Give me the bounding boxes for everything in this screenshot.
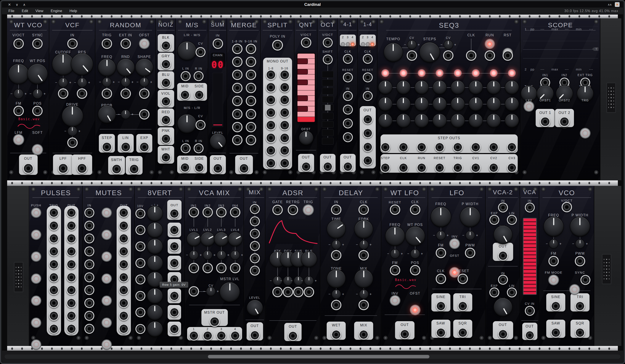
gry-out-jack[interactable] [161,59,171,69]
gain-1-knob[interactable] [147,206,162,221]
voct-jack[interactable] [13,38,24,49]
mstr-out-jack[interactable] [209,316,220,327]
out-16-jack[interactable] [280,158,290,168]
shape-knob[interactable] [136,59,153,76]
in-2-jack[interactable] [250,216,260,226]
menu-help[interactable]: Help [69,9,77,13]
side-out-2-jack[interactable] [194,163,204,172]
pwidth-knob[interactable] [570,217,590,236]
out-3-jack[interactable] [363,142,373,152]
step2-out-jack[interactable] [399,142,408,152]
pos-trim[interactable]: −+ [407,250,423,258]
l-in-jack[interactable] [181,71,190,81]
inv-button[interactable] [450,239,459,248]
in-11-jack[interactable] [246,70,256,80]
fdbk-cv-trim[interactable]: −+ [356,240,372,249]
in-6-jack[interactable] [250,266,260,276]
out-1-jack[interactable] [169,209,179,219]
out-3-jack[interactable] [119,233,129,243]
out-2-jack[interactable] [266,82,276,92]
cv1-s6-knob[interactable] [469,81,482,94]
run-out-jack[interactable] [417,163,427,173]
tempo-cv-jack[interactable] [407,50,417,61]
cv2-s8-knob[interactable] [505,97,519,111]
cv1-s7-knob[interactable] [487,81,500,94]
shift-jack[interactable] [323,55,333,64]
out-15-jack[interactable] [280,145,290,156]
push-7-button[interactable] [31,340,41,349]
out-6-jack[interactable] [266,133,276,143]
cv1-s5-knob[interactable] [451,81,465,94]
gain-7-knob[interactable] [147,305,162,320]
fm-trim[interactable]: −+ [546,240,562,248]
cv2-trim[interactable]: −+ [200,251,216,259]
trig-3-jack[interactable] [49,233,59,243]
in-1-jack[interactable] [250,204,260,214]
lfm-button[interactable] [14,135,24,145]
trig-8-jack[interactable] [49,298,59,308]
out-3-jack[interactable] [266,95,276,105]
cv-in-jack[interactable] [525,306,535,316]
cv4-trim[interactable]: −+ [227,251,243,259]
r-in-jack[interactable] [194,71,204,81]
in-6-jack[interactable] [135,291,145,301]
ms-lr-cv-jack[interactable] [196,120,206,130]
wht-out-jack[interactable] [161,152,171,162]
run-button[interactable] [485,39,494,48]
out-jack[interactable] [288,331,298,341]
ch2-out-jack[interactable] [203,331,213,341]
out-5-jack[interactable] [266,120,276,130]
mix-cv-trim[interactable]: −+ [356,290,372,299]
in-8-jack[interactable] [135,324,145,334]
cv2-s1-knob[interactable] [378,97,392,111]
in-3-jack[interactable] [343,118,353,128]
freq-cv-trim[interactable]: −+ [10,89,27,98]
push-2-button[interactable] [31,230,41,239]
lin-out-jack[interactable] [121,142,131,152]
in-jack[interactable] [331,204,341,215]
res-knob[interactable] [71,53,93,75]
out-12-jack[interactable] [280,108,290,118]
exp2-jack[interactable] [489,287,499,297]
fm-trim[interactable]: −+ [387,250,403,258]
fdbk-knob[interactable] [355,220,373,238]
res-cv-jack[interactable] [77,88,87,99]
out-jack[interactable] [250,330,260,340]
out-2-jack[interactable] [66,221,76,231]
tone-cv-trim[interactable]: −+ [328,290,344,299]
sync-jack[interactable] [32,38,43,49]
out-1-jack[interactable] [66,208,76,218]
in-1-jack[interactable] [135,209,145,219]
out-3-jack[interactable] [66,233,76,243]
rack-viewport[interactable]: WT VCOV/OCTSYNCFREQWT POS−+−+FMPOSBasic.… [2,14,623,351]
sync-button[interactable] [570,285,579,294]
push-1-button[interactable] [31,208,41,217]
in-6-jack[interactable] [84,272,94,282]
out-1-jack[interactable] [119,208,129,218]
out-4-jack[interactable] [363,156,373,166]
tone-knob[interactable] [327,270,345,288]
retrg-jack[interactable] [288,205,298,215]
fm-jack[interactable] [436,248,446,258]
reset-out-jack[interactable] [435,163,445,173]
gain-8-knob[interactable] [147,321,162,336]
cv1-trim[interactable]: −+ [186,251,202,259]
mix-cv-jack[interactable] [358,300,369,310]
steps-knob[interactable] [420,42,439,62]
time-cv-jack[interactable] [331,250,341,260]
wet-out-jack[interactable] [331,330,341,339]
drive-cv-jack[interactable] [67,138,78,148]
cv3-s5-knob[interactable] [451,114,465,127]
fm-mode-button[interactable] [549,275,558,285]
r-in-2-jack[interactable] [194,143,204,153]
red-out-jack[interactable] [161,115,171,125]
in-7-jack[interactable] [232,122,243,132]
lx2-button[interactable] [524,102,534,111]
level-knob[interactable] [210,134,226,149]
reset-jack[interactable] [363,72,373,82]
mstr-cv-jack[interactable] [189,286,199,297]
in-1-jack[interactable] [84,208,94,218]
cv1-s3-knob[interactable] [415,81,428,94]
trig-in-jack[interactable] [102,38,112,49]
trig-5-jack[interactable] [49,259,59,269]
